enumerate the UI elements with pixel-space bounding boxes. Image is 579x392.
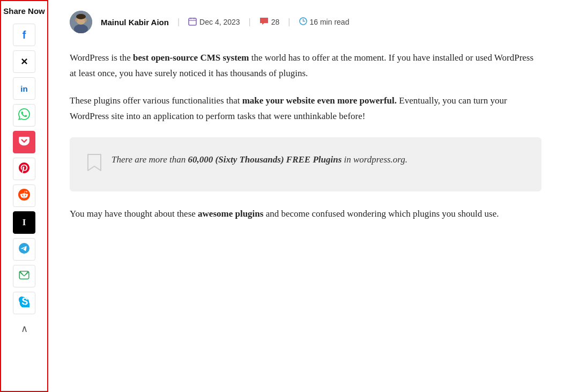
p1-bold: best open-source CMS system bbox=[133, 53, 249, 63]
p1-prefix: WordPress is the bbox=[70, 53, 133, 63]
article-comments-meta: 28 bbox=[259, 17, 280, 27]
whatsapp-share-button[interactable] bbox=[13, 104, 35, 127]
calendar-icon bbox=[188, 17, 197, 27]
pinterest-share-button[interactable] bbox=[13, 158, 35, 180]
email-icon bbox=[19, 271, 29, 282]
meta-divider-3: | bbox=[288, 17, 290, 27]
author-avatar bbox=[70, 11, 92, 33]
callout-bold: 60,000 (Sixty Thousands) FREE Plugins bbox=[188, 154, 342, 165]
article-read-time: 16 min read bbox=[310, 18, 350, 26]
x-icon: ✕ bbox=[20, 56, 28, 68]
instapaper-share-button[interactable]: I bbox=[13, 211, 35, 234]
p3-prefix: You may have thought about these bbox=[70, 209, 198, 219]
svg-point-4 bbox=[75, 19, 77, 22]
callout-suffix: in wordpress.org. bbox=[342, 154, 407, 165]
svg-rect-6 bbox=[189, 18, 196, 25]
p2-prefix: These plugins offer various functionalit… bbox=[70, 95, 242, 106]
instapaper-icon: I bbox=[23, 217, 26, 228]
meta-divider-2: | bbox=[249, 17, 251, 27]
article-comment-count: 28 bbox=[271, 18, 280, 26]
linkedin-share-button[interactable]: in bbox=[13, 77, 35, 100]
callout-prefix: There are more than bbox=[112, 154, 188, 165]
pocket-share-button[interactable] bbox=[13, 131, 35, 153]
telegram-share-button[interactable] bbox=[13, 238, 35, 261]
p3-bold: awesome plugins bbox=[198, 209, 263, 219]
pocket-icon bbox=[19, 137, 29, 148]
article-date: Dec 4, 2023 bbox=[199, 18, 240, 26]
svg-point-5 bbox=[84, 19, 86, 22]
callout-bookmark-icon bbox=[87, 153, 102, 177]
x-share-button[interactable]: ✕ bbox=[13, 50, 35, 73]
comment-icon bbox=[259, 17, 269, 27]
facebook-icon: f bbox=[23, 29, 26, 41]
article-date-meta: Dec 4, 2023 bbox=[188, 17, 240, 27]
whatsapp-icon bbox=[18, 108, 30, 123]
p2-bold: make your website even more powerful. bbox=[242, 95, 397, 106]
callout-box: There are more than 60,000 (Sixty Thousa… bbox=[70, 137, 541, 192]
svg-point-3 bbox=[76, 14, 86, 19]
skype-icon bbox=[19, 297, 29, 309]
facebook-share-button[interactable]: f bbox=[13, 24, 35, 46]
chevron-up-icon: ∧ bbox=[21, 323, 28, 335]
reddit-share-button[interactable] bbox=[13, 184, 35, 207]
article-readtime-meta: 16 min read bbox=[299, 17, 350, 27]
pinterest-icon bbox=[19, 162, 29, 176]
article-main: Mainul Kabir Aion | Dec 4, 2023 | 28 | 1… bbox=[48, 0, 574, 392]
article-paragraph-3: You may have thought about these awesome… bbox=[70, 206, 541, 222]
callout-text: There are more than 60,000 (Sixty Thousa… bbox=[112, 152, 407, 167]
meta-divider-1: | bbox=[177, 17, 180, 27]
article-paragraph-2: These plugins offer various functionalit… bbox=[70, 93, 541, 124]
telegram-icon bbox=[19, 243, 29, 256]
email-share-button[interactable] bbox=[13, 265, 35, 287]
share-now-label: Share Now bbox=[3, 6, 45, 16]
p3-suffix: and become confused wondering which plug… bbox=[263, 209, 499, 219]
article-body: WordPress is the best open-source CMS sy… bbox=[70, 50, 541, 222]
share-sidebar: Share Now f ✕ in I bbox=[0, 0, 48, 392]
reddit-icon bbox=[18, 189, 30, 203]
clock-icon bbox=[299, 17, 307, 27]
author-name: Mainul Kabir Aion bbox=[101, 18, 169, 27]
linkedin-icon: in bbox=[20, 84, 27, 93]
article-paragraph-1: WordPress is the best open-source CMS sy… bbox=[70, 50, 541, 82]
article-meta: Mainul Kabir Aion | Dec 4, 2023 | 28 | 1… bbox=[70, 11, 541, 33]
collapse-sidebar-button[interactable]: ∧ bbox=[13, 321, 35, 337]
skype-share-button[interactable] bbox=[13, 292, 35, 314]
